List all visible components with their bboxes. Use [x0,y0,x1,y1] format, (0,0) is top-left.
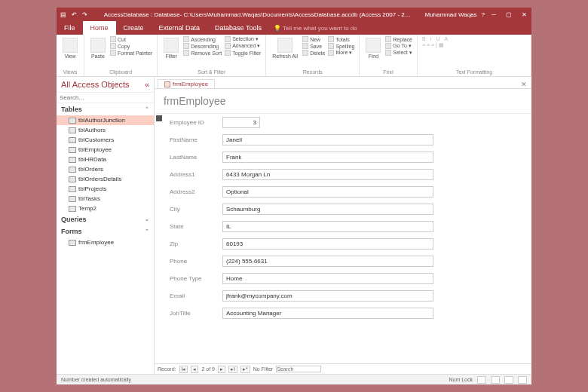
nav-item-form[interactable]: frmEmployee [57,237,154,247]
select-button[interactable]: Select ▾ [385,50,412,56]
minimize-button[interactable]: ─ [489,11,498,18]
chevron-up-icon: ⌃ [145,228,149,234]
new-record-button[interactable]: ▸* [240,366,250,373]
save-icon[interactable]: ▤ [60,11,67,18]
title-bar: ▤ ↶ ↷ AccessDatabase : Database- C:\User… [57,8,531,21]
toggle-filter-button[interactable]: Toggle Filter [225,50,261,56]
close-button[interactable]: ✕ [519,11,528,18]
filter-button[interactable]: Filter [162,36,180,60]
input-city[interactable] [222,204,433,215]
form-icon [69,240,76,246]
form-view-button[interactable] [477,376,486,384]
layout-view-button[interactable] [504,376,513,384]
prev-record-button[interactable]: ◂ [191,366,198,373]
redo-icon[interactable]: ↷ [81,11,88,18]
first-record-button[interactable]: I◂ [179,366,188,373]
nav-item-table[interactable]: tblCustomers [57,135,154,145]
nav-item-table[interactable]: Temp2 [57,204,154,213]
remove-sort-button[interactable]: Remove Sort [183,50,222,56]
ribbon-group-text-formatting: B I U A ≡ ≡ ≡ | ▦ Text Formatting [418,35,531,76]
ribbon-group-find: Find Replace Go To ▾ Select ▾ Find [360,35,418,76]
tell-me[interactable]: 💡 Tell me what you want to do [274,25,357,32]
tab-home[interactable]: Home [83,21,116,35]
input-email[interactable] [222,290,433,302]
status-bar: Number created automatically Num Lock [57,374,531,384]
tab-external-data[interactable]: External Data [152,21,208,35]
input-firstname[interactable] [222,134,433,145]
nav-item-table[interactable]: tblEmployee [57,145,154,155]
status-text: Number created automatically [61,377,131,382]
nav-item-table[interactable]: tblHRData [57,155,154,164]
totals-button[interactable]: Totals [328,36,354,42]
nav-category-tables[interactable]: Tables⌃ [57,103,154,115]
save-button[interactable]: Save [302,43,325,49]
nav-item-table[interactable]: tblAuthorJunction [57,115,154,125]
label-employee-id: Employee ID [170,119,222,126]
nav-category-forms[interactable]: Forms⌃ [57,225,154,237]
maximize-button[interactable]: ▢ [504,11,513,18]
delete-button[interactable]: Delete [302,50,325,56]
input-address2[interactable] [222,186,433,198]
nav-category-queries[interactable]: Queries⌄ [57,213,154,225]
advanced-button[interactable]: Advanced ▾ [225,43,261,49]
table-icon [69,157,76,163]
user-name[interactable]: Muhammad Waqas [424,11,476,18]
table-icon [69,118,76,124]
format-painter-button[interactable]: Format Painter [110,50,152,56]
tab-create[interactable]: Create [116,21,152,35]
nav-search-input[interactable] [60,94,151,101]
ascending-button[interactable]: Ascending [183,36,222,42]
chevron-up-icon: ⌃ [145,106,149,112]
next-record-button[interactable]: ▸ [218,366,225,373]
close-tab-button[interactable]: ✕ [521,81,527,88]
new-button[interactable]: New [302,36,325,42]
tab-database-tools[interactable]: Database Tools [207,21,269,35]
selection-button[interactable]: Selection ▾ [225,36,261,42]
no-filter-label[interactable]: No Filter [253,366,273,372]
design-view-button[interactable] [518,376,527,384]
nav-collapse-icon[interactable]: « [145,80,149,89]
table-icon [69,167,76,173]
last-record-button[interactable]: ▸I [228,366,237,373]
goto-button[interactable]: Go To ▾ [385,43,412,49]
help-icon[interactable]: ? [482,11,485,18]
descending-button[interactable]: Descending [183,43,222,49]
nav-item-table[interactable]: tblAuthors [57,125,154,135]
label-address2: Address2 [170,188,222,195]
input-zip[interactable] [222,238,433,250]
nav-item-table[interactable]: tblOrdersDetails [57,174,154,184]
nav-item-table[interactable]: tblTasks [57,194,154,204]
replace-button[interactable]: Replace [385,36,412,42]
table-icon [69,147,76,153]
copy-button[interactable]: Copy [110,43,152,49]
table-icon [69,206,76,212]
record-selector[interactable] [156,115,162,121]
input-lastname[interactable] [222,152,433,163]
document-tabs: frmEmployee ✕ [155,77,531,89]
input-state[interactable] [222,221,433,232]
record-search-input[interactable] [276,366,321,372]
paste-button[interactable]: Paste [89,36,107,60]
input-jobtitle[interactable] [222,308,433,319]
refresh-all-button[interactable]: Refresh All [271,36,299,60]
input-phone[interactable] [222,256,433,267]
view-button[interactable]: View [61,36,79,60]
find-button[interactable]: Find [364,36,382,60]
more-button[interactable]: More ▾ [328,50,354,56]
record-position: 2 of 9 [201,366,215,372]
ribbon-group-clipboard: Paste Cut Copy Format Painter Clipboard [84,35,158,76]
datasheet-view-button[interactable] [491,376,500,384]
input-employee-id[interactable] [222,117,260,128]
undo-icon[interactable]: ↶ [70,11,78,18]
cut-button[interactable]: Cut [110,36,152,42]
ribbon: View Views Paste Cut Copy Format Painter… [57,35,531,77]
nav-header[interactable]: All Access Objects« [57,77,154,93]
document-tab[interactable]: frmEmployee [158,79,215,88]
nav-item-table[interactable]: tblProjects [57,184,154,194]
nav-item-table[interactable]: tblOrders [57,164,154,174]
tab-file[interactable]: File [57,21,83,35]
spelling-button[interactable]: Spelling [328,43,354,49]
ribbon-group-sort-filter: Filter Ascending Descending Remove Sort … [158,35,266,76]
input-phone-type[interactable] [222,273,433,284]
input-address1[interactable] [222,169,433,180]
